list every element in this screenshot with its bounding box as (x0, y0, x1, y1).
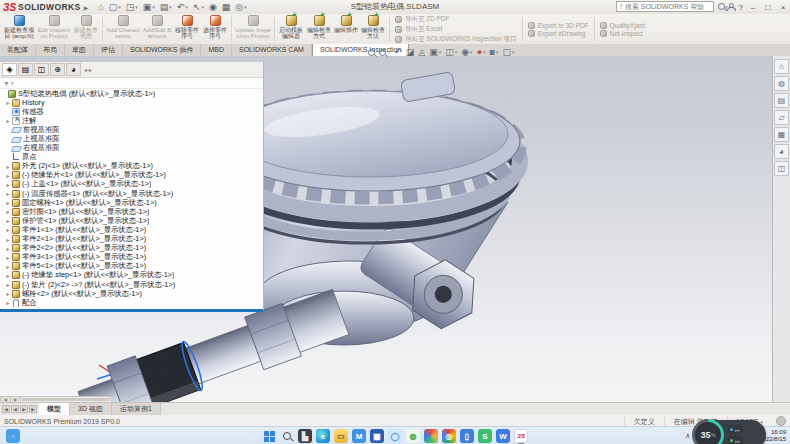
tree-item[interactable]: 上视基准面 (0, 134, 263, 143)
annotation-views-button[interactable]: ◬ (418, 46, 425, 59)
tree-item[interactable]: ▸螺栓<2> (默认<<默认>_显示状态-1>) (0, 289, 263, 298)
edit-inspection-method-button[interactable]: 编辑检查方式 (305, 14, 333, 44)
view-settings-button[interactable]: ▢▾ (503, 46, 515, 59)
solidworks-app-icon[interactable]: ЗS (514, 429, 528, 443)
tray-chevron-icon[interactable]: ∧ (685, 432, 690, 440)
zoom-to-fit-button[interactable] (368, 49, 375, 56)
display-style-button[interactable]: ◫▾ (445, 46, 457, 59)
appearances-scenes-icon[interactable]: ◕ (774, 144, 789, 159)
file-explorer-icon[interactable]: ▱ (774, 110, 789, 125)
mail-app-icon[interactable]: M (352, 429, 366, 443)
store-app-icon[interactable]: ▦ (370, 429, 384, 443)
tree-item[interactable]: ▸固定螺栓<1> (默认<<默认>_显示状态-1>) (0, 198, 263, 207)
expand-arrow-icon[interactable]: ▸ (4, 281, 12, 288)
close-button[interactable]: × (778, 3, 788, 12)
expand-arrow-icon[interactable]: ▸ (4, 190, 12, 197)
status-gear-icon[interactable] (776, 416, 786, 426)
view-palette-icon[interactable]: ▦ (774, 127, 789, 142)
tree-item[interactable]: ▸(-) 垫片 (2)<2> ->? (默认<<默认>_显示状态-1>) (0, 280, 263, 289)
expand-arrow-icon[interactable]: ▸ (4, 272, 12, 279)
doc-tab-3d-视图[interactable]: 3D 视图 (70, 403, 112, 415)
battery-device-2-row[interactable]: ▸▸ (727, 436, 743, 444)
tree-item[interactable]: ▸零件5<1> (默认<<默认>_显示状态-1>) (0, 262, 263, 271)
tab-装配体[interactable]: 装配体 (0, 44, 36, 56)
expand-arrow-icon[interactable]: ▸ (4, 199, 12, 206)
tree-item[interactable]: 传感器 (0, 107, 263, 116)
configurationmanager-tab[interactable]: ◫ (34, 63, 49, 76)
file-properties-icon[interactable]: ▦ (220, 1, 233, 13)
tree-item[interactable]: ▸(-) 温度传感器<1> (默认<<默认>_显示状态-1>) (0, 189, 263, 198)
tree-item[interactable]: ▸零件2<2> (默认<<默认>_显示状态-1>) (0, 244, 263, 253)
options-icon[interactable]: ◎▾ (233, 1, 248, 13)
doc-tab-运动算例1[interactable]: 运动算例1 (112, 403, 161, 415)
tree-item[interactable]: ▸保护管<1> (默认<<默认>_显示状态-1>) (0, 216, 263, 225)
battery-widget[interactable]: 35 % ▸▸▸▸ (694, 420, 766, 444)
solidworks-resources-icon[interactable]: ◍ (774, 76, 789, 91)
dimxpertmanager-tab[interactable]: ⊕ (50, 63, 65, 76)
net-inspect-button[interactable]: Net-Inspect (600, 30, 646, 37)
restore-button[interactable]: □ (763, 3, 773, 12)
expand-arrow-icon[interactable]: ▸ (4, 163, 12, 170)
tree-item[interactable]: ▸零件3<1> (默认<<默认>_显示状态-1>) (0, 253, 263, 262)
expand-arrow-icon[interactable]: ▸ (4, 245, 12, 252)
green-app-icon[interactable]: ◍ (406, 429, 420, 443)
tab-评估[interactable]: 评估 (94, 44, 123, 56)
expand-arrow-icon[interactable]: ▸ (4, 172, 12, 179)
filter-funnel-icon[interactable]: ▼ (3, 80, 10, 87)
new-inspection-project-button[interactable]: 新建检查项目 (amp;N) (2, 14, 36, 44)
qualityxpert-button[interactable]: QualityXpert (600, 22, 646, 29)
expand-arrow-icon[interactable]: ▸ (4, 117, 12, 124)
remove-balloon-button[interactable]: 移除零件序号 (173, 14, 201, 44)
export-edrawing-button[interactable]: Export eDrawing (528, 30, 589, 37)
tab-布局[interactable]: 布局 (36, 44, 65, 56)
search-icon[interactable] (718, 3, 725, 10)
tree-item[interactable]: S型铠装热电偶 (默认<默认>_显示状态-1>) (0, 89, 263, 98)
tree-item[interactable]: ▸零件2<1> (默认<<默认>_显示状态-1>) (0, 235, 263, 244)
file-explorer-icon[interactable]: ▭ (334, 429, 348, 443)
export-excel-button[interactable]: 导出至 Excel (395, 25, 517, 34)
tree-item[interactable]: ▸外壳 (2)<1> (默认<<默认>_显示状态-1>) (0, 162, 263, 171)
notepad-app-icon[interactable]: ▙ (298, 429, 312, 443)
expand-arrow-icon[interactable]: ▸ (4, 236, 12, 243)
tree-item[interactable]: 原点 (0, 153, 263, 162)
expand-arrow-icon[interactable]: ▸ (4, 208, 12, 215)
battery-device-1-row[interactable]: ▸▸ (727, 425, 743, 434)
expand-arrow-icon[interactable]: ▸ (4, 181, 12, 188)
export-2d-pdf-button[interactable]: 导出至 2D PDF (395, 15, 517, 24)
wps-doc-app-icon[interactable]: W (496, 429, 510, 443)
new-file-icon[interactable]: ▢▾ (107, 1, 123, 13)
expand-arrow-icon[interactable]: ▸ (4, 99, 12, 106)
section-view-button[interactable]: ◪ (406, 46, 415, 59)
expand-arrow-icon[interactable]: ▸ (4, 226, 12, 233)
tree-item[interactable]: ▸零件1<1> (默认<<默认>_显示状态-1>) (0, 225, 263, 234)
open-file-icon[interactable]: ◳▾ (124, 1, 140, 13)
tree-item[interactable]: ▸(-) 上盖<1> (默认<<默认>_显示状态-1>) (0, 180, 263, 189)
design-library-icon[interactable]: ▤ (774, 93, 789, 108)
tree-item[interactable]: ▸(-) 绝缘垫片<1> (默认<<默认>_显示状态-1>) (0, 171, 263, 180)
tab-scroll-right-icon[interactable]: ▶ (29, 405, 37, 413)
model-cap[interactable] (220, 72, 520, 243)
tab-solidworks-cam[interactable]: SOLIDWORKS CAM (232, 44, 312, 56)
undo-icon[interactable]: ↶▾ (175, 1, 190, 13)
select-balloon-button[interactable]: 选择零件序号 (201, 14, 229, 44)
home-tab-icon[interactable]: ⌂ (774, 59, 789, 74)
filter-caret-icon[interactable]: ▾ (11, 80, 14, 86)
panel-tab-overflow-arrows[interactable]: ◂ ▸ (84, 66, 92, 73)
edit-operation-button[interactable]: 编辑操作 (333, 14, 359, 44)
expand-arrow-icon[interactable]: ▸ (4, 299, 12, 306)
search-input[interactable] (625, 3, 716, 10)
scrollbar-thumb[interactable] (22, 398, 110, 401)
update-inspection-project-button[interactable]: Update Inspection Project (234, 14, 272, 44)
start-button[interactable] (262, 429, 276, 443)
displaymanager-tab[interactable]: ◕ (66, 63, 81, 76)
launch-template-editor-button[interactable]: 启动模板编辑器 (277, 14, 305, 44)
zoom-to-area-button[interactable]: ▫ (379, 46, 390, 59)
select-arrow-icon[interactable]: ↖▾ (191, 1, 206, 13)
tree-item[interactable]: ▸配合 (0, 298, 263, 307)
tab-scroll-left-icon[interactable]: ◀ (2, 405, 10, 413)
edit-appearance-button[interactable]: ●▾ (477, 46, 486, 59)
export-3d-pdf-button[interactable]: Export to 3D PDF (528, 22, 589, 29)
expand-arrow-icon[interactable]: ▸ (4, 290, 12, 297)
tree-item[interactable]: ▸注解 (0, 116, 263, 125)
search-box[interactable]: ? ▾ (616, 1, 714, 12)
